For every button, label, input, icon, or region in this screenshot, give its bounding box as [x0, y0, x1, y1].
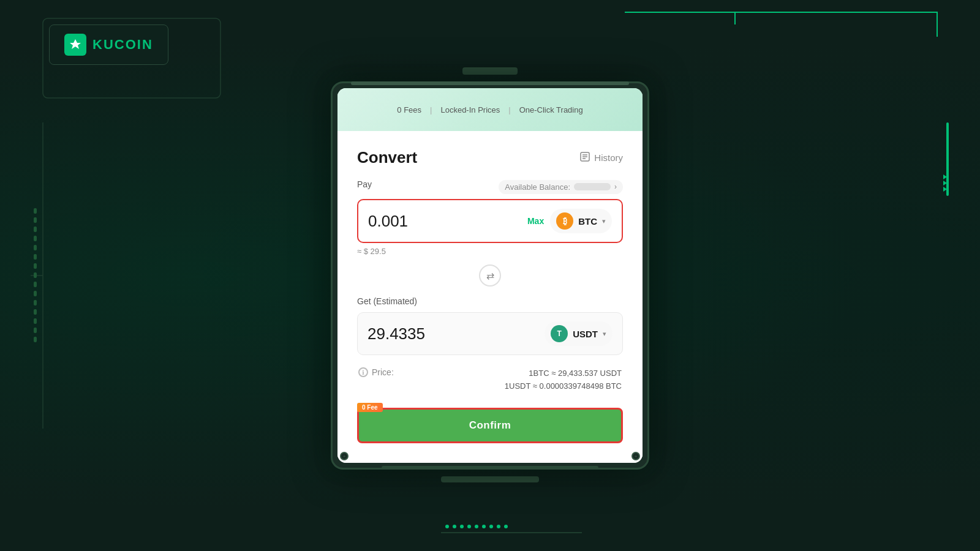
svg-marker-7: [943, 187, 947, 192]
convert-header: Convert History: [357, 148, 623, 167]
chevron-right-icon: ›: [614, 182, 617, 191]
svg-point-15: [497, 525, 500, 528]
svg-rect-29: [34, 309, 37, 315]
pay-label: Pay: [357, 179, 372, 189]
available-balance-label: Available Balance:: [505, 182, 570, 192]
price-values: 1BTC ≈ 29,433.537 USDT 1USDT ≈ 0.0000339…: [505, 367, 622, 393]
svg-rect-34: [441, 476, 539, 482]
svg-rect-23: [34, 254, 37, 260]
svg-rect-24: [34, 263, 37, 269]
swap-icon: ⇄: [486, 270, 494, 282]
get-currency-name: USDT: [573, 329, 598, 339]
pay-amount-input[interactable]: [368, 212, 491, 231]
svg-point-10: [460, 525, 464, 528]
banner-text: 0 Fees | Locked-In Prices | One-Click Tr…: [397, 105, 582, 114]
usd-equivalent: ≈ $ 29.5: [357, 247, 623, 256]
svg-rect-25: [34, 272, 37, 278]
pay-input-box: Max ₿ BTC ▾: [357, 199, 623, 243]
svg-rect-31: [34, 328, 37, 333]
price-line-2: 1USDT ≈ 0.0000339748498 BTC: [505, 380, 622, 393]
swap-button[interactable]: ⇄: [479, 264, 501, 287]
svg-point-14: [489, 525, 493, 528]
banner-item-fees: 0 Fees: [397, 105, 421, 114]
svg-rect-19: [34, 217, 37, 223]
get-amount: 29.4335: [368, 324, 425, 343]
get-label: Get (Estimated): [357, 296, 623, 306]
fee-badge: 0 Fee: [357, 403, 383, 412]
svg-rect-30: [34, 318, 37, 324]
kucoin-logo-icon: [64, 34, 86, 56]
svg-rect-18: [34, 208, 37, 214]
available-balance-value: [574, 183, 611, 190]
kucoin-logo: KUCOIN: [49, 24, 168, 65]
svg-rect-22: [34, 245, 37, 250]
banner-item-trading: One-Click Trading: [519, 105, 583, 114]
svg-rect-4: [946, 122, 949, 196]
confirm-btn-wrapper: 0 Fee Confirm: [357, 408, 623, 443]
history-button[interactable]: History: [579, 151, 623, 165]
svg-rect-27: [34, 291, 37, 296]
svg-marker-5: [943, 174, 947, 179]
svg-rect-28: [34, 300, 37, 305]
svg-point-12: [475, 525, 478, 528]
usdt-currency-selector[interactable]: T USDT ▾: [545, 321, 612, 346]
widget-inner: 0 Fees | Locked-In Prices | One-Click Tr…: [337, 88, 643, 463]
svg-rect-32: [34, 337, 37, 342]
widget-frame: 0 Fees | Locked-In Prices | One-Click Tr…: [331, 81, 649, 470]
btc-icon: ₿: [556, 212, 573, 230]
history-icon: [579, 151, 590, 165]
svg-rect-26: [34, 282, 37, 287]
get-currency-dropdown-icon: ▾: [603, 330, 606, 338]
btc-currency-selector[interactable]: ₿ BTC ▾: [550, 209, 612, 233]
svg-point-13: [482, 525, 486, 528]
pay-currency-name: BTC: [578, 216, 597, 227]
get-input-box: 29.4335 T USDT ▾: [357, 312, 623, 355]
svg-point-8: [445, 525, 449, 528]
svg-point-11: [467, 525, 471, 528]
svg-rect-20: [34, 227, 37, 232]
convert-title: Convert: [357, 148, 417, 167]
screw-bl: [340, 452, 349, 460]
price-row: ℹ Price: 1BTC ≈ 29,433.537 USDT 1USDT ≈ …: [357, 367, 623, 393]
price-line-1: 1BTC ≈ 29,433.537 USDT: [505, 367, 622, 380]
kucoin-logo-text: KUCOIN: [92, 37, 153, 53]
price-info-icon: ℹ: [358, 367, 368, 377]
pay-currency-dropdown-icon: ▾: [602, 217, 606, 225]
svg-point-16: [504, 525, 508, 528]
price-label-text: Price:: [372, 367, 394, 377]
screw-br: [631, 452, 640, 460]
pay-controls: Max ₿ BTC ▾: [527, 209, 612, 233]
max-button[interactable]: Max: [527, 216, 544, 226]
widget-banner: 0 Fees | Locked-In Prices | One-Click Tr…: [337, 88, 643, 131]
usdt-icon: T: [551, 325, 568, 342]
svg-rect-21: [34, 236, 37, 241]
svg-marker-36: [70, 39, 81, 49]
swap-btn-row: ⇄: [357, 264, 623, 287]
available-balance[interactable]: Available Balance: ›: [499, 180, 623, 194]
svg-marker-6: [943, 181, 947, 186]
confirm-button[interactable]: Confirm: [357, 408, 623, 443]
banner-sep-2: |: [508, 105, 510, 114]
banner-sep-1: |: [430, 105, 432, 114]
price-label: ℹ Price:: [358, 367, 394, 377]
pay-section: Pay Available Balance: › Max ₿ BTC: [357, 179, 623, 256]
svg-rect-33: [462, 67, 518, 75]
get-section: Get (Estimated) 29.4335 T USDT ▾: [357, 296, 623, 355]
convert-panel: Convert History Pay: [337, 131, 643, 463]
svg-point-9: [453, 525, 456, 528]
banner-item-prices: Locked-In Prices: [440, 105, 500, 114]
history-label: History: [594, 152, 623, 163]
